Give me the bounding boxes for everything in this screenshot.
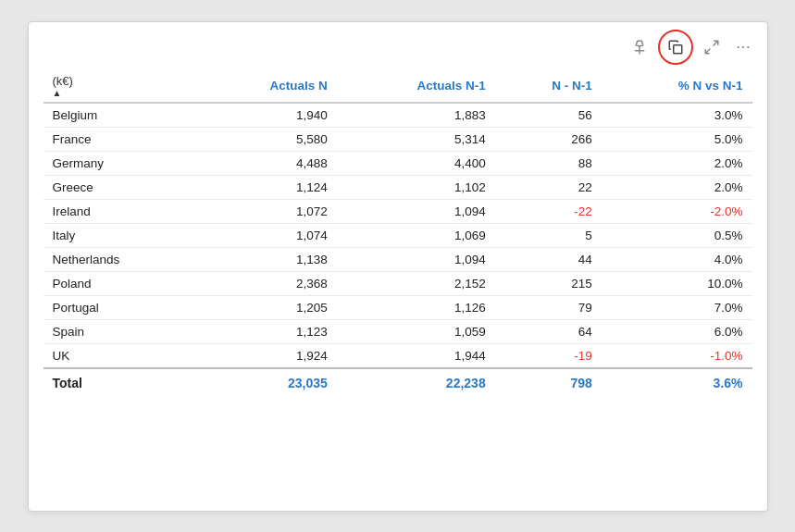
cell-n-n1: 44 — [495, 247, 602, 271]
cell-n-n1: 56 — [495, 103, 602, 128]
cell-pct: 4.0% — [602, 247, 752, 271]
cell-actuals-n: 1,072 — [199, 199, 337, 223]
cell-actuals-n: 5,580 — [199, 127, 337, 151]
table-row: UK1,9241,944-19-1.0% — [43, 343, 752, 368]
table-header-row: (k€) ▲ Actuals N Actuals N-1 N - N-1 % N… — [43, 68, 752, 103]
expand-icon[interactable] — [699, 34, 725, 60]
svg-point-6 — [741, 45, 743, 47]
cell-n-n1: -19 — [495, 343, 602, 368]
cell-pct: 2.0% — [602, 175, 752, 199]
cell-actuals-n1: 1,094 — [337, 247, 495, 271]
table-row: Greece1,1241,102222.0% — [43, 175, 752, 199]
svg-point-5 — [737, 45, 739, 47]
svg-point-7 — [747, 45, 749, 47]
svg-line-4 — [705, 48, 710, 53]
svg-rect-2 — [673, 44, 681, 53]
total-actuals-n1: 22,238 — [337, 368, 495, 395]
cell-actuals-n1: 1,126 — [337, 295, 495, 319]
cell-actuals-n: 4,488 — [199, 151, 337, 175]
cell-actuals-n: 2,368 — [199, 271, 337, 295]
cell-actuals-n: 1,124 — [199, 175, 337, 199]
table-row: Italy1,0741,06950.5% — [43, 223, 752, 247]
total-actuals-n: 23,035 — [199, 368, 337, 395]
cell-n-n1: 5 — [495, 223, 602, 247]
data-card: (k€) ▲ Actuals N Actuals N-1 N - N-1 % N… — [28, 21, 768, 512]
cell-actuals-n1: 5,314 — [337, 127, 495, 151]
cell-actuals-n1: 4,400 — [337, 151, 495, 175]
svg-line-3 — [713, 41, 717, 45]
total-label: Total — [43, 368, 199, 395]
cell-actuals-n1: 1,069 — [337, 223, 495, 247]
cell-pct: -2.0% — [602, 199, 752, 223]
table-row: Poland2,3682,15221510.0% — [43, 271, 752, 295]
table-row: Ireland1,0721,094-22-2.0% — [43, 199, 752, 223]
cell-n-n1: 266 — [495, 127, 602, 151]
cell-actuals-n1: 1,102 — [337, 175, 495, 199]
cell-n-n1: -22 — [495, 199, 602, 223]
cell-country: Ireland — [43, 199, 199, 223]
toolbar — [29, 22, 767, 68]
table-row: Portugal1,2051,126797.0% — [43, 295, 752, 319]
cell-pct: 0.5% — [602, 223, 752, 247]
cell-n-n1: 215 — [495, 271, 602, 295]
cell-country: Portugal — [43, 295, 199, 319]
cell-pct: 2.0% — [602, 151, 752, 175]
cell-country: Italy — [43, 223, 199, 247]
cell-country: Spain — [43, 319, 199, 343]
cell-actuals-n: 1,074 — [199, 223, 337, 247]
column-header-actuals-n1: Actuals N-1 — [337, 68, 495, 103]
cell-actuals-n: 1,205 — [199, 295, 337, 319]
cell-n-n1: 22 — [495, 175, 602, 199]
cell-actuals-n1: 1,094 — [337, 199, 495, 223]
cell-n-n1: 88 — [495, 151, 602, 175]
column-header-actuals-n: Actuals N — [199, 68, 337, 103]
cell-actuals-n: 1,138 — [199, 247, 337, 271]
cell-actuals-n: 1,940 — [199, 103, 337, 128]
column-header-n-n1: N - N-1 — [495, 68, 602, 103]
cell-country: Greece — [43, 175, 199, 199]
cell-country: France — [43, 127, 199, 151]
cell-country: Poland — [43, 271, 199, 295]
cell-country: Belgium — [43, 103, 199, 128]
total-pct: 3.6% — [602, 368, 752, 395]
pin-icon[interactable] — [627, 34, 652, 60]
table-row: Netherlands1,1381,094444.0% — [43, 247, 752, 271]
column-header-country: (k€) ▲ — [43, 68, 199, 103]
cell-actuals-n: 1,123 — [199, 319, 337, 343]
cell-n-n1: 79 — [495, 295, 602, 319]
cell-actuals-n1: 1,883 — [337, 103, 495, 128]
table-container: (k€) ▲ Actuals N Actuals N-1 N - N-1 % N… — [29, 68, 767, 406]
cell-pct: 10.0% — [602, 271, 752, 295]
table-row: France5,5805,3142665.0% — [43, 127, 752, 151]
copy-icon[interactable] — [658, 30, 693, 65]
cell-pct: 7.0% — [602, 295, 752, 319]
total-row: Total 23,035 22,238 798 3.6% — [43, 368, 752, 395]
cell-actuals-n1: 1,059 — [337, 319, 495, 343]
cell-pct: 5.0% — [602, 127, 752, 151]
more-icon[interactable] — [730, 34, 756, 60]
cell-actuals-n1: 2,152 — [337, 271, 495, 295]
data-table: (k€) ▲ Actuals N Actuals N-1 N - N-1 % N… — [43, 68, 752, 395]
table-row: Spain1,1231,059646.0% — [43, 319, 752, 343]
cell-n-n1: 64 — [495, 319, 602, 343]
cell-country: Germany — [43, 151, 199, 175]
cell-actuals-n: 1,924 — [199, 343, 337, 368]
column-header-pct: % N vs N-1 — [602, 68, 752, 103]
cell-actuals-n1: 1,944 — [337, 343, 495, 368]
total-n-n1: 798 — [495, 368, 602, 395]
cell-country: UK — [43, 343, 199, 368]
table-row: Germany4,4884,400882.0% — [43, 151, 752, 175]
cell-country: Netherlands — [43, 247, 199, 271]
cell-pct: 3.0% — [602, 103, 752, 128]
table-body: Belgium1,9401,883563.0%France5,5805,3142… — [43, 103, 752, 368]
table-row: Belgium1,9401,883563.0% — [43, 103, 752, 128]
cell-pct: 6.0% — [602, 319, 752, 343]
cell-pct: -1.0% — [602, 343, 752, 368]
